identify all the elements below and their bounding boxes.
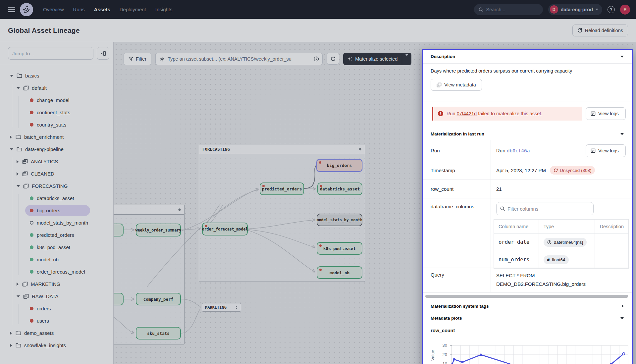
logs-icon — [591, 111, 596, 116]
column-name: num_orders — [494, 251, 539, 269]
row-count-plot: Value 30 20 10 — [423, 336, 632, 364]
column-type: #float64 — [539, 251, 595, 269]
search-icon — [500, 206, 505, 211]
section-metadata-plots[interactable]: Metadata plots — [423, 312, 632, 324]
section-materialization-system-tags[interactable]: Materialization system tags — [423, 300, 632, 312]
column-description — [595, 234, 629, 251]
dataframe-columns-table: Column name Type Description order_date … — [494, 219, 629, 269]
col-header-description: Description — [595, 220, 629, 234]
filter-columns-input-wrap — [496, 202, 594, 215]
table-row: num_orders #float64 — [494, 251, 629, 269]
col-header-name: Column name — [494, 220, 539, 234]
logs-icon — [591, 148, 596, 153]
run-value: Run db0cf46a — [496, 148, 530, 153]
column-description — [595, 251, 629, 269]
row-count-value: 21 — [496, 186, 502, 192]
error-icon: ! — [438, 111, 443, 116]
asset-description-text: Days where predicted orders surpass our … — [423, 68, 632, 74]
kv-row-timestamp: Timestamp Apr 5, 2023, 12:27 PM Unsynced… — [423, 161, 632, 180]
chevron-down-icon — [620, 56, 624, 58]
clock-icon — [547, 240, 552, 244]
plot-title: row_count — [423, 328, 632, 333]
query-line: SELECT * FROM — [496, 271, 626, 280]
asset-details-panel: Description Days where predicted orders … — [422, 49, 633, 364]
line-chart — [423, 336, 633, 364]
view-logs-button-run[interactable]: View logs — [586, 144, 626, 157]
table-row: order_date datetime64[ns] — [494, 234, 629, 251]
failed-run-link[interactable]: 07f4421d — [457, 111, 477, 116]
copy-icon — [437, 82, 442, 87]
kv-row-run: Run Run db0cf46a View logs — [423, 140, 632, 161]
kv-row-query: Query SELECT * FROM DEMO_DB2.FORECASTING… — [423, 268, 632, 292]
view-metadata-button[interactable]: View metadata — [431, 79, 482, 91]
filter-columns-input[interactable] — [507, 206, 590, 212]
chevron-right-icon — [622, 304, 624, 308]
section-description[interactable]: Description — [423, 50, 632, 64]
y-tick-20: 20 — [437, 352, 447, 357]
run-id-link[interactable]: db0cf46a — [507, 148, 530, 153]
y-tick-10: 10 — [437, 361, 447, 364]
column-type: datetime64[ns] — [539, 234, 595, 251]
chevron-down-icon — [620, 133, 624, 135]
run-failed-banner: ! Run 07f4421d failed to materialize thi… — [432, 107, 582, 121]
kv-row-dataframe_columns: dataframe_columns Column name Type Descr… — [423, 198, 632, 268]
sync-icon — [554, 168, 558, 173]
query-line: DEMO_DB2.FORECASTING.big_orders — [496, 280, 626, 288]
kv-row-row_count: row_count 21 — [423, 180, 632, 198]
section-materialization-last-run[interactable]: Materialization in last run — [423, 128, 632, 140]
horizontal-scrollbar[interactable] — [425, 295, 628, 298]
col-header-type: Type — [539, 220, 595, 234]
view-logs-button-banner[interactable]: View logs — [586, 107, 626, 120]
timestamp-value: Apr 5, 2023, 12:27 PM — [496, 168, 546, 173]
hash-icon: # — [547, 257, 550, 262]
unsynced-badge[interactable]: Unsynced (308) — [550, 166, 595, 175]
y-tick-30: 30 — [437, 343, 447, 348]
chevron-down-icon — [620, 317, 624, 319]
y-axis-label: Value — [430, 350, 435, 360]
column-name: order_date — [494, 234, 539, 251]
